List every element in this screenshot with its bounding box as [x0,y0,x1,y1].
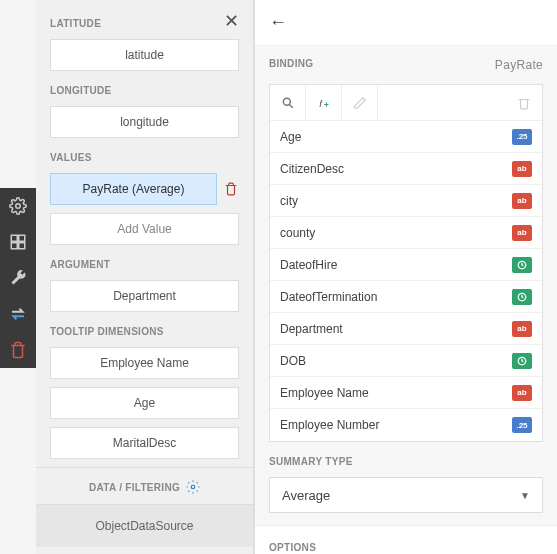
argument-header: ARGUMENT [50,259,239,270]
field-list: f+ Age.25CitizenDescabcityabcountyabDate… [269,84,543,442]
binding-panel: ← BINDING PayRate f+ Age.25CitizenDescab… [254,0,557,554]
add-value-button[interactable]: Add Value [50,213,239,245]
svg-text:f: f [319,98,323,108]
field-name: DateofTermination [280,290,377,304]
tooltip-header: TOOLTIP DIMENSIONS [50,326,239,337]
chevron-down-icon: ▼ [520,490,530,501]
tooltip-field[interactable]: Employee Name [50,347,239,379]
type-badge: ab [512,193,532,209]
type-badge: ab [512,161,532,177]
close-icon[interactable]: ✕ [224,10,239,32]
field-row[interactable]: cityab [270,185,542,217]
field-name: city [280,194,298,208]
swap-icon[interactable] [0,296,36,332]
field-row[interactable]: DOB [270,345,542,377]
svg-rect-4 [19,243,25,249]
wrench-icon[interactable] [0,260,36,296]
field-name: Employee Number [280,418,379,432]
type-badge: ab [512,385,532,401]
field-row[interactable]: DateofHire [270,249,542,281]
formula-icon[interactable]: f+ [306,85,342,121]
back-arrow-icon[interactable]: ← [269,12,287,33]
gear-icon [186,480,200,494]
svg-point-5 [191,485,195,489]
value-field-selected[interactable]: PayRate (Average) [50,173,217,205]
field-name: DOB [280,354,306,368]
field-row[interactable]: DateofTermination [270,281,542,313]
search-icon[interactable] [270,85,306,121]
layout-icon[interactable] [0,224,36,260]
tooltip-field[interactable]: Age [50,387,239,419]
longitude-header: LONGITUDE [50,85,239,96]
svg-text:+: + [324,100,329,109]
field-name: CitizenDesc [280,162,344,176]
binding-label: BINDING [269,58,313,72]
field-row[interactable]: Employee Nameab [270,377,542,409]
svg-point-0 [16,204,21,209]
summary-type-select[interactable]: Average ▼ [269,477,543,513]
delete-field-icon [506,96,542,110]
field-row[interactable]: Age.25 [270,121,542,153]
type-badge: ab [512,321,532,337]
type-badge: .25 [512,129,532,145]
tooltip-field[interactable]: MaritalDesc [50,427,239,459]
field-name: county [280,226,315,240]
type-badge [512,353,532,369]
values-header: VALUES [50,152,239,163]
svg-rect-3 [11,243,17,249]
datasource-bar[interactable]: ObjectDataSource [36,504,253,547]
field-row[interactable]: CitizenDescab [270,153,542,185]
type-badge [512,289,532,305]
svg-point-6 [283,98,290,105]
field-row[interactable]: Employee Number.25 [270,409,542,441]
svg-rect-2 [19,235,25,241]
config-panel: ✕ LATITUDE latitude LONGITUDE longitude … [36,0,254,554]
data-filtering-link[interactable]: DATA / FILTERING [36,467,253,504]
options-header: OPTIONS [255,526,557,554]
field-row[interactable]: countyab [270,217,542,249]
latitude-header: LATITUDE [50,18,239,29]
type-badge: .25 [512,417,532,433]
longitude-field[interactable]: longitude [50,106,239,138]
remove-value-icon[interactable] [223,182,239,196]
left-toolbar [0,188,36,368]
svg-rect-1 [11,235,17,241]
field-row[interactable]: Departmentab [270,313,542,345]
gear-icon[interactable] [0,188,36,224]
field-name: Department [280,322,343,336]
trash-icon[interactable] [0,332,36,368]
field-name: Employee Name [280,386,369,400]
type-badge: ab [512,225,532,241]
field-name: DateofHire [280,258,337,272]
latitude-field[interactable]: latitude [50,39,239,71]
edit-icon [342,85,378,121]
argument-field[interactable]: Department [50,280,239,312]
field-name: Age [280,130,301,144]
summary-type-header: SUMMARY TYPE [269,456,543,467]
type-badge [512,257,532,273]
binding-value: PayRate [495,58,543,72]
